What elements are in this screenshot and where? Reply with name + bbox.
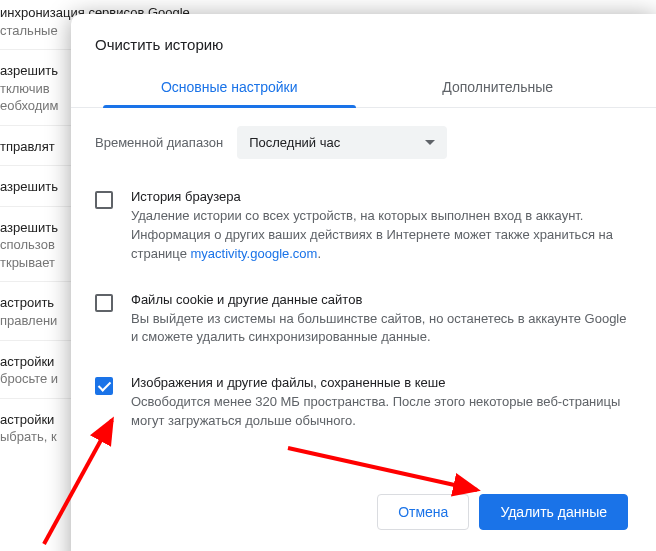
delete-data-button[interactable]: Удалить данные: [479, 494, 628, 530]
checkbox-browsing-history[interactable]: [95, 191, 113, 209]
dialog-body: Временной диапазон Последний час История…: [71, 108, 656, 449]
dialog-title: Очистить историю: [71, 14, 656, 69]
tabs: Основные настройки Дополнительные: [71, 69, 656, 108]
option-title: Изображения и другие файлы, сохраненные …: [131, 375, 632, 390]
option-cached-images: Изображения и другие файлы, сохраненные …: [95, 365, 632, 449]
tab-basic[interactable]: Основные настройки: [95, 69, 364, 107]
option-desc: Вы выйдете из системы на большинстве сай…: [131, 310, 632, 348]
option-browsing-history: История браузера Удаление истории со все…: [95, 179, 632, 282]
option-desc: Освободится менее 320 МБ пространства. П…: [131, 393, 632, 431]
option-desc: Удаление истории со всех устройств, на к…: [131, 207, 632, 264]
option-title: История браузера: [131, 189, 632, 204]
myactivity-link[interactable]: myactivity.google.com: [191, 246, 318, 261]
option-title: Файлы cookie и другие данные сайтов: [131, 292, 632, 307]
option-cookies: Файлы cookie и другие данные сайтов Вы в…: [95, 282, 632, 366]
time-range-value: Последний час: [249, 135, 340, 150]
chevron-down-icon: [425, 140, 435, 145]
checkbox-cached-images[interactable]: [95, 377, 113, 395]
time-range-label: Временной диапазон: [95, 135, 223, 150]
cancel-button[interactable]: Отмена: [377, 494, 469, 530]
dialog-footer: Отмена Удалить данные: [377, 494, 628, 530]
time-range-row: Временной диапазон Последний час: [95, 126, 632, 159]
tab-advanced[interactable]: Дополнительные: [364, 69, 633, 107]
checkbox-cookies[interactable]: [95, 294, 113, 312]
clear-browsing-data-dialog: Очистить историю Основные настройки Допо…: [71, 14, 656, 551]
time-range-select[interactable]: Последний час: [237, 126, 447, 159]
